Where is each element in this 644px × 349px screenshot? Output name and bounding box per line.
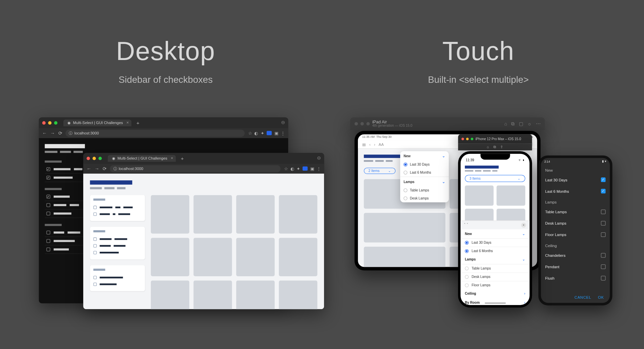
select-option[interactable]: Floor Lamps bbox=[541, 229, 610, 240]
checkbox-row[interactable] bbox=[93, 204, 142, 211]
cast-icon[interactable]: ▣ bbox=[274, 131, 278, 135]
reload-icon[interactable]: ⟳ bbox=[103, 166, 106, 171]
result-tile[interactable] bbox=[236, 238, 275, 276]
result-tile[interactable] bbox=[151, 195, 190, 234]
result-tile[interactable] bbox=[236, 195, 275, 234]
window-close-icon[interactable] bbox=[462, 138, 464, 140]
share-icon[interactable]: ⇪ bbox=[500, 145, 503, 149]
close-icon[interactable]: × bbox=[171, 156, 173, 161]
checkbox-icon[interactable] bbox=[93, 283, 97, 286]
cancel-button[interactable]: CANCEL bbox=[575, 295, 591, 300]
screenshot-icon[interactable]: ⧉ bbox=[493, 145, 496, 150]
result-tile[interactable] bbox=[236, 281, 275, 309]
more-icon[interactable]: ⋯ bbox=[536, 121, 541, 126]
star-icon[interactable]: ☆ bbox=[284, 166, 288, 171]
result-tile[interactable] bbox=[151, 281, 190, 309]
result-tile[interactable] bbox=[279, 195, 317, 234]
checkbox-row[interactable] bbox=[93, 211, 142, 218]
new-tab-button[interactable]: + bbox=[181, 155, 184, 161]
select-option[interactable]: Desk Lamps bbox=[541, 218, 610, 229]
optgroup-header[interactable]: Lamps⌄ bbox=[461, 255, 529, 264]
result-tile[interactable] bbox=[364, 213, 445, 242]
filter-select[interactable]: 2 Items bbox=[364, 168, 396, 174]
checkbox-icon[interactable] bbox=[93, 251, 97, 254]
checkbox-icon[interactable] bbox=[46, 203, 50, 207]
optgroup-header[interactable]: Ceiling› bbox=[461, 289, 529, 298]
window-dot-icon[interactable] bbox=[361, 122, 364, 125]
select-option[interactable]: Last 6 Months bbox=[541, 185, 610, 197]
url-input[interactable]: ⓘ localhost:3000 bbox=[110, 165, 280, 172]
checkbox-icon[interactable] bbox=[93, 206, 97, 209]
window-close-icon[interactable] bbox=[42, 121, 46, 124]
checkbox-icon[interactable] bbox=[93, 244, 97, 247]
select-option[interactable]: Last 6 Months bbox=[461, 247, 529, 255]
extension-icon[interactable]: ✦ bbox=[297, 166, 300, 171]
close-icon[interactable]: × bbox=[521, 223, 526, 228]
select-option[interactable]: Chandeliers bbox=[541, 250, 610, 261]
result-tile[interactable] bbox=[465, 185, 494, 206]
mic-icon[interactable]: ⋮ bbox=[317, 166, 321, 171]
url-input[interactable]: ⓘ localhost:3000 bbox=[65, 129, 245, 136]
checkbox-icon[interactable] bbox=[46, 247, 50, 251]
mic-icon[interactable]: ⋮ bbox=[281, 131, 285, 135]
appearance-icon[interactable]: ☼ bbox=[527, 121, 532, 126]
new-tab-button[interactable]: + bbox=[137, 120, 140, 126]
browser-tab[interactable]: ◉ Multi-Select | GUI Challenges × bbox=[108, 155, 176, 162]
select-option[interactable]: Desk Lamps bbox=[400, 194, 449, 202]
checkbox-icon[interactable] bbox=[601, 265, 606, 269]
checkbox-icon[interactable] bbox=[93, 276, 97, 279]
home-icon[interactable]: ⌂ bbox=[487, 145, 489, 149]
checkbox-row[interactable] bbox=[93, 242, 142, 249]
devtools-icon[interactable] bbox=[267, 131, 272, 135]
sidebar-icon[interactable]: ▤ bbox=[362, 142, 366, 147]
extension-icon[interactable]: ✦ bbox=[261, 131, 264, 135]
moon-icon[interactable]: ◐ bbox=[254, 131, 258, 135]
select-option[interactable]: Floor Lamps bbox=[461, 281, 529, 289]
window-close-icon[interactable] bbox=[87, 157, 90, 160]
ok-button[interactable]: OK bbox=[598, 295, 604, 300]
checkbox-icon[interactable] bbox=[46, 195, 50, 198]
aa-button[interactable]: AA bbox=[379, 142, 384, 147]
window-maximize-icon[interactable] bbox=[98, 157, 102, 160]
checkbox-row[interactable] bbox=[93, 274, 142, 281]
checkbox-icon[interactable] bbox=[601, 232, 606, 237]
window-minimize-icon[interactable] bbox=[48, 121, 52, 124]
moon-icon[interactable]: ◐ bbox=[290, 166, 294, 171]
select-option[interactable]: Table Lamps bbox=[400, 186, 449, 194]
window-dot-icon[interactable] bbox=[366, 122, 370, 125]
close-icon[interactable]: × bbox=[126, 120, 129, 125]
devtools-icon[interactable] bbox=[303, 166, 308, 171]
checkbox-icon[interactable] bbox=[46, 239, 50, 243]
cast-icon[interactable]: ▣ bbox=[310, 166, 314, 171]
checkbox-row[interactable] bbox=[93, 249, 142, 256]
select-option[interactable]: Table Lamps bbox=[461, 264, 529, 273]
checkbox-icon[interactable] bbox=[601, 210, 606, 214]
screenshot-icon[interactable]: ⧉ bbox=[511, 121, 515, 126]
checkbox-row[interactable] bbox=[93, 236, 142, 242]
forward-icon[interactable]: → bbox=[95, 166, 99, 171]
back-icon[interactable]: ← bbox=[87, 166, 91, 171]
forward-icon[interactable]: › bbox=[374, 142, 375, 147]
select-option[interactable]: Last 30 Days bbox=[400, 161, 449, 169]
select-option[interactable]: Last 6 Months bbox=[400, 169, 449, 177]
window-maximize-icon[interactable] bbox=[54, 121, 57, 124]
window-dot-icon[interactable] bbox=[355, 122, 358, 125]
back-icon[interactable]: ‹ bbox=[369, 142, 371, 147]
home-indicator[interactable] bbox=[484, 302, 505, 304]
window-maximize-icon[interactable] bbox=[471, 138, 474, 140]
result-tile[interactable] bbox=[279, 281, 317, 309]
result-tile[interactable] bbox=[194, 195, 232, 234]
home-icon[interactable]: ⌂ bbox=[504, 121, 507, 126]
rotate-icon[interactable]: ▢ bbox=[519, 121, 523, 126]
window-minimize-icon[interactable] bbox=[466, 138, 469, 140]
optgroup-header[interactable]: New⌄ bbox=[461, 229, 529, 238]
result-tile[interactable] bbox=[194, 281, 232, 309]
optgroup-header[interactable]: Lamps⌄ bbox=[400, 177, 449, 186]
result-tile[interactable] bbox=[151, 238, 190, 276]
filter-select[interactable]: 3 Items⌄ bbox=[465, 175, 525, 182]
forward-icon[interactable]: → bbox=[50, 130, 55, 135]
checkbox-icon[interactable] bbox=[601, 276, 606, 281]
checkbox-icon[interactable] bbox=[601, 221, 606, 226]
optgroup-header[interactable]: New⌄ bbox=[400, 151, 449, 161]
checkbox-icon[interactable] bbox=[93, 237, 97, 241]
